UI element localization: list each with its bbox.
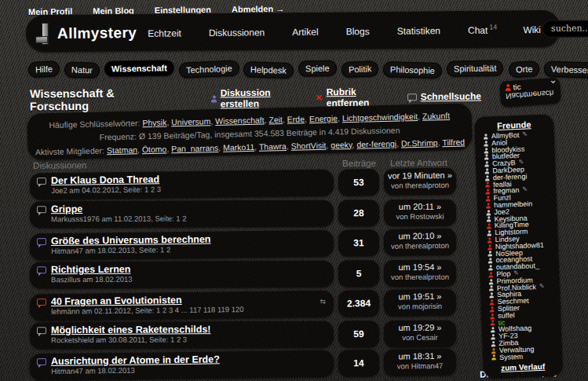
member-link[interactable]: Marko11 xyxy=(223,141,254,152)
member-link[interactable]: der-ferengi xyxy=(356,138,396,148)
last-answer-author: von mojorisin xyxy=(384,301,456,310)
friends-sidebar: Freunde AllmyBot ✎ Aniol ✎ bloodykiss ✎ xyxy=(474,114,563,379)
person-status-icon xyxy=(490,306,495,312)
category-tab[interactable]: Natur xyxy=(64,61,100,78)
discussion-cell[interactable]: Der Klaus Dona Thread Joe2 am 04.02.2012… xyxy=(30,170,334,200)
member-link[interactable]: geeky xyxy=(331,140,352,150)
discussion-cell[interactable]: Richtiges Lernen Baszillus am 18.02.2013… xyxy=(30,261,334,289)
discussion-list: Der Klaus Dona Thread Joe2 am 04.02.2012… xyxy=(30,170,458,378)
discussion-cell[interactable]: Ausrichtung der Atome in der Erde? Hitma… xyxy=(30,350,334,381)
nav-link[interactable]: Echtzeit xyxy=(148,26,183,38)
forum-info-box: Häufige Schlüsselwörter: Physik, Univers… xyxy=(27,103,472,159)
discussion-title-link[interactable]: Grippe xyxy=(51,203,82,214)
friends-list: AllmyBot ✎ Aniol ✎ bloodykiss ✎ blutfede… xyxy=(475,130,563,361)
discussion-meta: Rocketshield am 30.08.2011, Seite: 1 2 3 xyxy=(51,334,327,344)
keyword-link[interactable]: Lichtgeschwindigkeit xyxy=(342,112,418,123)
person-status-icon xyxy=(487,217,491,222)
site-logo[interactable]: Allmystery xyxy=(57,24,137,42)
nav-link[interactable]: Statistiken xyxy=(397,24,443,37)
category-tab[interactable]: Helpdesk xyxy=(243,61,294,79)
discussion-title-link[interactable]: Richtiges Lernen xyxy=(51,264,130,276)
keyword-link[interactable]: Energie xyxy=(309,113,338,123)
member-link[interactable]: Tilfred xyxy=(442,137,465,147)
category-tab[interactable]: Wissenschaft xyxy=(104,60,174,77)
person-status-icon xyxy=(484,134,488,139)
discussion-meta: Markusss1976 am 11.02.2013, Seite: 1 2 xyxy=(51,214,327,224)
discussion-status-icon xyxy=(37,237,46,244)
member-link[interactable]: ShortVisit xyxy=(291,140,327,150)
person-status-icon xyxy=(488,244,492,250)
main-nav: EchtzeitDiskussionenArtikelBlogsStatisti… xyxy=(148,22,542,38)
friend-item[interactable]: System ✎ xyxy=(491,352,559,361)
last-answer-time-link[interactable]: um 20:10 » xyxy=(384,230,456,240)
discussion-cell[interactable]: Grippe Markusss1976 am 11.02.2013, Seite… xyxy=(30,200,334,229)
person-status-icon xyxy=(484,141,488,146)
keyword-link[interactable]: Wissenschaft xyxy=(215,115,265,126)
nav-link[interactable]: Artikel xyxy=(292,24,320,37)
posts-count: 59 xyxy=(353,328,363,339)
category-tab[interactable]: Orte xyxy=(508,60,539,78)
chevron-down-icon[interactable]: ⌄ xyxy=(548,74,557,86)
category-tab[interactable]: Spiritualität xyxy=(447,60,504,76)
last-answer-time-link[interactable]: um 19:51 » xyxy=(384,291,456,301)
last-answer-cell: um 18:31 » von Hitman47 xyxy=(384,349,456,376)
table-row: Richtiges Lernen Baszillus am 18.02.2013… xyxy=(30,260,458,289)
member-link[interactable]: Thawra xyxy=(259,141,287,151)
person-status-icon xyxy=(486,203,491,208)
discussion-title-link[interactable]: 40 Fragen an Evolutionisten xyxy=(51,295,182,307)
friend-name[interactable]: System xyxy=(499,353,523,361)
posts-count-cell: 14 xyxy=(338,350,379,377)
person-status-icon xyxy=(486,210,491,215)
person-status-icon xyxy=(485,182,490,188)
posts-count: 31 xyxy=(353,237,364,248)
members-label: Aktivste Mitglieder: xyxy=(35,145,104,156)
last-answer-time-link[interactable]: um 18:31 » xyxy=(384,351,456,361)
discussion-cell[interactable]: Möglichkeit eines Raketenschilds! Rocket… xyxy=(30,321,334,349)
last-answer-time-link[interactable]: um 19:54 » xyxy=(384,262,456,272)
last-answer-author: von Rostowski xyxy=(384,212,456,221)
person-status-icon xyxy=(489,286,494,291)
category-tab[interactable]: Philosophie xyxy=(383,61,442,79)
person-status-icon xyxy=(490,313,495,319)
nav-link[interactable]: Blogs xyxy=(345,24,371,37)
member-link[interactable]: Pan_narrans xyxy=(171,143,218,153)
nav-link[interactable]: Chat14 xyxy=(468,23,498,35)
last-answer-time-link[interactable]: um 19:29 » xyxy=(384,323,456,332)
category-tab[interactable]: Hilfe xyxy=(28,60,60,78)
discussion-title-link[interactable]: Möglichkeit eines Raketenschilds! xyxy=(51,324,211,335)
keyword-link[interactable]: Universum xyxy=(171,116,210,126)
discussion-status-icon xyxy=(37,327,46,334)
discussion-status-icon xyxy=(37,358,46,365)
category-tab[interactable]: Politik xyxy=(341,60,378,78)
discussion-meta: Baszillus am 18.02.2013 xyxy=(51,274,327,284)
quick-search-button[interactable]: Schnellsuche xyxy=(421,90,481,102)
search-input[interactable] xyxy=(542,19,588,37)
last-answer-author: von Cesair xyxy=(384,333,456,342)
last-answer-time-link[interactable]: um 20:11 » xyxy=(384,202,456,211)
watch-icon[interactable]: ⇆ xyxy=(320,297,326,305)
discussion-title-link[interactable]: Größe des Universums berechnen xyxy=(51,233,211,246)
category-tab[interactable]: Spiele xyxy=(298,60,337,77)
pencil-icon: ✎ xyxy=(539,283,545,290)
category-tab[interactable]: Technologie xyxy=(178,60,239,78)
discussion-cell[interactable]: 40 Fragen an Evolutionisten lehmänn am 0… xyxy=(30,290,334,321)
nav-link[interactable]: Wiki xyxy=(523,22,542,35)
posts-count: 14 xyxy=(353,357,364,368)
person-status-icon xyxy=(491,327,495,332)
discussion-status-icon xyxy=(37,266,46,273)
keyword-link[interactable]: Physik xyxy=(142,117,166,127)
discussion-cell[interactable]: Größe des Universums berechnen Hitman47 … xyxy=(30,229,334,260)
member-link[interactable]: Statman xyxy=(107,145,137,155)
quick-search-action: Schnellsuche xyxy=(407,90,481,102)
keyword-link[interactable]: Erde xyxy=(287,114,305,124)
member-link[interactable]: Dr.Shrimp xyxy=(401,137,438,148)
keyword-link[interactable]: Zeit xyxy=(268,115,283,124)
last-answer-time-link[interactable]: vor 19 Minuten » xyxy=(384,170,456,181)
create-discussion-button[interactable]: Diskussion erstellen xyxy=(221,87,297,110)
keyword-link[interactable]: Zukunft xyxy=(422,111,450,121)
history-link[interactable]: zum Verlauf xyxy=(483,361,562,373)
member-link[interactable]: Ötomo xyxy=(142,144,167,154)
person-status-icon xyxy=(489,299,494,305)
nav-link[interactable]: Diskussionen xyxy=(209,25,267,38)
person-status-icon xyxy=(484,161,489,167)
